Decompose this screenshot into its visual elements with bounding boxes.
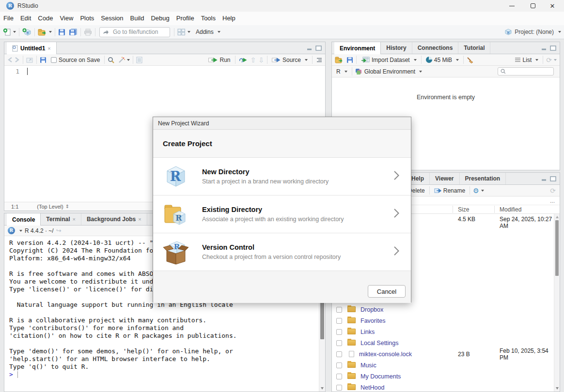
tab-history[interactable]: History (381, 42, 412, 54)
document-outline-icon[interactable] (315, 57, 322, 63)
file-checkbox[interactable] (336, 374, 342, 379)
save-all-icon[interactable] (69, 28, 78, 36)
table-row[interactable]: Favorites (332, 315, 553, 326)
menu-session[interactable]: Session (97, 12, 126, 25)
file-name[interactable]: My Documents (360, 373, 401, 380)
environment-search-box[interactable] (498, 67, 554, 75)
import-dataset-button[interactable]: Import Dataset (360, 57, 418, 63)
find-icon[interactable] (108, 57, 114, 63)
close-button[interactable]: ✕ (543, 0, 562, 12)
menu-file[interactable]: File (0, 12, 17, 25)
tab-background-jobs[interactable]: Background Jobs× (81, 213, 147, 225)
table-row[interactable]: NetHood (332, 382, 553, 392)
memory-usage-button[interactable]: 45 MiB (424, 57, 460, 63)
environment-search-input[interactable] (507, 68, 551, 75)
file-checkbox[interactable] (336, 351, 342, 357)
menu-build[interactable]: Build (127, 12, 148, 25)
column-size[interactable]: Size (458, 206, 469, 213)
menu-view[interactable]: View (56, 12, 77, 25)
compile-report-icon[interactable] (136, 57, 142, 63)
menu-plots[interactable]: Plots (77, 12, 97, 25)
tab-console[interactable]: Console (7, 213, 41, 226)
refresh-icon[interactable]: ⟳ (546, 56, 552, 64)
file-checkbox[interactable] (336, 318, 342, 324)
file-name[interactable]: miktex-console.lock (359, 351, 412, 358)
run-button[interactable]: Run (207, 57, 232, 63)
pane-layout-icon[interactable] (177, 29, 186, 36)
table-row[interactable]: Dropbox (332, 304, 553, 315)
source-button[interactable]: Source (270, 57, 309, 63)
file-checkbox[interactable] (336, 362, 342, 368)
option-new-directory[interactable]: R New Directory Start a project in a bra… (153, 158, 411, 196)
tab-untitled1[interactable]: Untitled1 × (7, 42, 57, 54)
table-row[interactable]: miktex-console.lock23 BFeb 10, 2025, 3:5… (332, 348, 553, 360)
scope-indicator[interactable]: (Top Level) (37, 204, 63, 210)
menu-tools[interactable]: Tools (198, 12, 219, 25)
option-existing-directory[interactable]: R Existing Directory Associate a project… (153, 196, 411, 233)
table-row[interactable]: Links (332, 326, 553, 337)
goto-file-box[interactable] (99, 27, 170, 37)
path-more-button[interactable]: ... (550, 197, 555, 204)
close-tab-icon[interactable]: × (72, 216, 75, 222)
menu-code[interactable]: Code (34, 12, 56, 25)
refresh-caret[interactable] (554, 59, 557, 61)
file-name[interactable]: Local Settings (360, 340, 399, 347)
table-row[interactable]: My Documents (332, 371, 553, 382)
maximize-button[interactable] (523, 0, 543, 12)
file-checkbox[interactable] (336, 385, 342, 391)
cancel-button[interactable]: Cancel (368, 285, 406, 298)
cursor-position[interactable]: 1:1 (11, 204, 18, 210)
maximize-pane-icon[interactable] (315, 45, 322, 51)
close-tab-icon[interactable]: × (47, 45, 50, 51)
minimize-pane-icon[interactable] (541, 45, 547, 51)
option-version-control[interactable]: R Version Control Checkout a project fro… (153, 233, 411, 271)
code-tools-wand-icon[interactable] (118, 57, 125, 63)
save-icon[interactable] (40, 57, 47, 63)
source-on-save-checkbox[interactable] (51, 57, 57, 63)
minimize-button[interactable] (502, 0, 521, 12)
tab-environment[interactable]: Environment (334, 42, 381, 54)
more-caret[interactable] (481, 190, 484, 192)
project-menu-button[interactable]: R Project: (None) (504, 28, 561, 36)
menu-profile[interactable]: Profile (173, 12, 198, 25)
new-file-caret[interactable] (13, 31, 16, 33)
close-tab-icon[interactable]: × (138, 216, 141, 222)
file-checkbox[interactable] (336, 329, 342, 335)
file-name[interactable]: NetHood (360, 384, 384, 391)
column-modified[interactable]: Modified (500, 206, 521, 213)
console-prompt-line[interactable]: > (4, 371, 319, 378)
maximize-pane-icon[interactable] (550, 176, 556, 181)
r-version-icon[interactable]: R (8, 227, 15, 234)
file-checkbox[interactable] (336, 340, 342, 346)
minimize-pane-icon[interactable] (541, 176, 547, 181)
menu-edit[interactable]: Edit (17, 12, 34, 25)
save-workspace-icon[interactable] (346, 57, 353, 63)
minimize-pane-icon[interactable] (306, 45, 313, 51)
gear-icon[interactable]: ⚙ (473, 187, 479, 195)
save-icon[interactable] (58, 29, 65, 36)
open-file-caret[interactable] (49, 31, 52, 33)
language-selector[interactable]: R (335, 68, 349, 75)
code-tools-caret[interactable] (127, 59, 130, 61)
tab-viewer[interactable]: Viewer (430, 173, 459, 184)
files-scrollbar[interactable] (554, 214, 560, 392)
tab-presentation[interactable]: Presentation (460, 173, 506, 184)
display-mode-button[interactable]: List (513, 57, 540, 63)
tab-terminal[interactable]: Terminal× (41, 213, 81, 225)
new-project-icon[interactable]: R (22, 28, 31, 36)
file-name[interactable]: Dropbox (360, 306, 383, 313)
tab-connections[interactable]: Connections (412, 42, 459, 54)
file-name[interactable]: Music (360, 362, 376, 369)
pane-layout-caret[interactable] (188, 31, 190, 33)
addins-button[interactable]: Addins (194, 29, 222, 35)
dialog-title-bar[interactable]: New Project Wizard (153, 117, 411, 130)
file-name[interactable]: Favorites (360, 317, 385, 324)
file-checkbox[interactable] (336, 307, 342, 313)
clear-workspace-broom-icon[interactable] (467, 57, 474, 63)
refresh-files-icon[interactable]: ⟳ (550, 187, 556, 195)
menu-debug[interactable]: Debug (147, 12, 172, 25)
table-row[interactable]: Music (332, 360, 553, 371)
rename-file-button[interactable]: Rename (433, 187, 467, 194)
file-name[interactable]: Links (360, 329, 375, 335)
tab-tutorial[interactable]: Tutorial (458, 42, 490, 54)
